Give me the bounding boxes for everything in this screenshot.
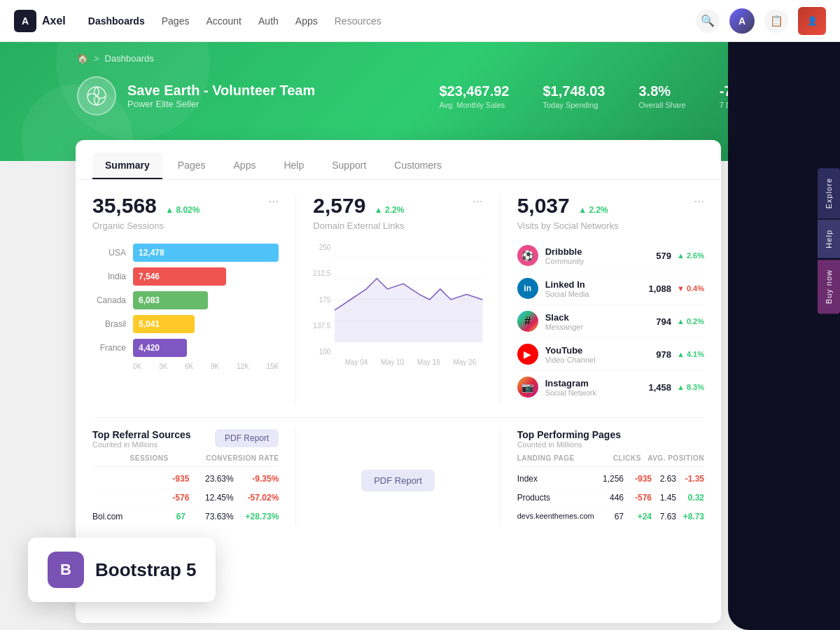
hero-stat-1: $1,748.03 Today Spending bbox=[543, 83, 606, 109]
nav-link-dashboards[interactable]: Dashboards bbox=[88, 15, 145, 27]
nav-logo-icon: A bbox=[14, 10, 36, 32]
social-item-youtube: ▶ YouTube Video Channel 978 ▲ 4.1% bbox=[517, 338, 704, 371]
middle-bottom: PDF Report bbox=[296, 429, 500, 526]
line-chart-container: 250212.5175137.5100 bbox=[313, 244, 482, 366]
hero-stat-value-2: 3.8% bbox=[638, 83, 685, 99]
user-avatar[interactable]: 👤 bbox=[798, 7, 826, 35]
pages-subtitle: Counted in Millions bbox=[517, 440, 621, 449]
bar-axis: 0K3K6K9K12K15K bbox=[92, 363, 279, 370]
metric-3-more-btn[interactable]: ··· bbox=[694, 194, 704, 209]
metric-2-more-btn[interactable]: ··· bbox=[472, 194, 483, 209]
navbar: A Axel Dashboards Pages Account Auth App… bbox=[0, 0, 840, 42]
metrics-row: ··· 35,568 ▲ 8.02% Organic Sessions USA … bbox=[92, 194, 704, 403]
referral-subtitle: Counted in Millions bbox=[92, 440, 191, 449]
nav-link-auth[interactable]: Auth bbox=[258, 15, 279, 27]
pages-title: Top Performing Pages bbox=[517, 429, 621, 440]
pages-row-1: Index 1,256 -935 2.63 -1.35 bbox=[517, 470, 704, 489]
line-chart-svg bbox=[335, 244, 482, 356]
hero-stat-2: 3.8% Overall Share bbox=[638, 83, 685, 109]
pages-section: Top Performing Pages Counted in Millions… bbox=[500, 429, 704, 526]
referral-section: Top Referral Sources Counted in Millions… bbox=[92, 429, 296, 526]
referral-row-2: -576 12.45% -57.02% bbox=[92, 489, 279, 507]
metric-domain-links: ··· 2,579 ▲ 2.2% Domain External Links 2… bbox=[296, 194, 500, 403]
bootstrap-overlay: B Bootstrap 5 bbox=[28, 538, 216, 602]
pages-table-header: LANDING PAGECLICKSAVG. POSITION bbox=[517, 454, 704, 467]
breadcrumb-separator: > bbox=[94, 53, 99, 64]
social-item-instagram: 📷 Instagram Social Network 1,458 ▲ 8.3% bbox=[517, 371, 704, 403]
linkedin-info: Linked In Social Media bbox=[545, 279, 649, 298]
dribbble-icon: ⚽ bbox=[517, 245, 538, 266]
social-item-dribbble: ⚽ Dribbble Community 579 ▲ 2.6% bbox=[517, 239, 704, 272]
breadcrumb-home-icon[interactable]: 🏠 bbox=[77, 53, 88, 64]
search-icon-btn[interactable]: 🔍 bbox=[696, 9, 720, 33]
metric-social: ··· 5,037 ▲ 2.2% Visits by Social Networ… bbox=[500, 194, 704, 403]
hero-info: Save Earth - Volunteer Team Power Elite … bbox=[127, 83, 315, 109]
pdf-report-btn[interactable]: PDF Report bbox=[361, 470, 435, 491]
metric-1-label: Organic Sessions bbox=[92, 220, 279, 231]
hero-subtitle: Power Elite Seller bbox=[127, 99, 315, 109]
buynow-side-btn[interactable]: Buy now bbox=[818, 260, 840, 314]
hero-stat-0: $23,467.92 Avg. Monthly Sales bbox=[439, 83, 509, 109]
tab-apps[interactable]: Apps bbox=[221, 153, 269, 179]
nav-link-resources[interactable]: Resources bbox=[335, 15, 382, 27]
metric-2-label: Domain External Links bbox=[313, 220, 482, 231]
side-buttons-container: Explore Help Buy now bbox=[818, 168, 840, 314]
hero-logo bbox=[77, 76, 116, 115]
nav-link-apps[interactable]: Apps bbox=[295, 15, 318, 27]
nav-logo[interactable]: A Axel bbox=[14, 10, 66, 32]
notifications-icon-btn[interactable]: A bbox=[729, 8, 755, 34]
hero-stats: $23,467.92 Avg. Monthly Sales $1,748.03 … bbox=[439, 83, 756, 109]
dribbble-info: Dribbble Community bbox=[545, 246, 657, 265]
hero-stat-label-2: Overall Share bbox=[638, 101, 685, 109]
bar-france: France 4,420 bbox=[92, 339, 279, 357]
bar-india: India 7,546 bbox=[92, 267, 279, 286]
metric-1-value: 35,568 bbox=[92, 194, 157, 217]
bar-chart: USA 12,478 India 7,546 Canada 6,083 Bras… bbox=[92, 244, 279, 370]
pages-row-3: devs.keenthemes.com 67 +24 7.63 +8.73 bbox=[517, 507, 704, 526]
hero-title: Save Earth - Volunteer Team bbox=[127, 83, 315, 99]
social-list: ⚽ Dribbble Community 579 ▲ 2.6% in Link bbox=[517, 239, 704, 403]
bootstrap-label: Bootstrap 5 bbox=[95, 559, 196, 581]
metric-3-value: 5,037 bbox=[517, 194, 570, 217]
bar-brasil: Brasil 5,041 bbox=[92, 315, 279, 333]
metric-1-more-btn[interactable]: ··· bbox=[268, 194, 279, 209]
tab-support[interactable]: Support bbox=[319, 153, 379, 179]
metric-3-badge: ▲ 2.2% bbox=[578, 205, 608, 215]
nav-brand: Axel bbox=[42, 15, 66, 27]
nav-right: 🔍 A 📋 👤 bbox=[696, 7, 826, 35]
slack-info: Slack Messanger bbox=[545, 312, 657, 331]
referral-row-3: Bol.com 67 73.63% +28.73% bbox=[92, 507, 279, 526]
bar-usa: USA 12,478 bbox=[92, 244, 279, 262]
referral-title: Top Referral Sources bbox=[92, 429, 191, 440]
hero-stat-value-1: $1,748.03 bbox=[543, 83, 606, 99]
hero-stat-label-0: Avg. Monthly Sales bbox=[439, 101, 509, 109]
youtube-icon: ▶ bbox=[517, 344, 538, 365]
tab-summary[interactable]: Summary bbox=[92, 153, 162, 179]
hero-stat-value-0: $23,467.92 bbox=[439, 83, 509, 99]
hero-stat-label-1: Today Spending bbox=[543, 101, 606, 109]
nav-link-pages[interactable]: Pages bbox=[162, 15, 190, 27]
help-side-btn[interactable]: Help bbox=[818, 220, 840, 258]
hero-content: Save Earth - Volunteer Team Power Elite … bbox=[77, 76, 756, 115]
tab-customers[interactable]: Customers bbox=[382, 153, 454, 179]
nav-link-account[interactable]: Account bbox=[206, 15, 241, 27]
bar-canada: Canada 6,083 bbox=[92, 291, 279, 309]
nav-links: Dashboards Pages Account Auth Apps Resou… bbox=[88, 15, 382, 27]
tabs-bar: Summary Pages Apps Help Support Customer… bbox=[76, 140, 721, 180]
metric-organic-sessions: ··· 35,568 ▲ 8.02% Organic Sessions USA … bbox=[92, 194, 296, 403]
slack-icon: # bbox=[517, 311, 538, 332]
tab-pages[interactable]: Pages bbox=[165, 153, 218, 179]
instagram-info: Instagram Social Network bbox=[545, 378, 649, 397]
dark-right-overlay bbox=[728, 0, 840, 630]
referral-table-header: SESSIONSCONVERSION RATE bbox=[92, 454, 279, 467]
social-item-slack: # Slack Messanger 794 ▲ 0.2% bbox=[517, 305, 704, 338]
tab-help[interactable]: Help bbox=[271, 153, 316, 179]
explore-side-btn[interactable]: Explore bbox=[818, 168, 840, 218]
instagram-icon: 📷 bbox=[517, 377, 538, 398]
linkedin-icon: in bbox=[517, 278, 538, 299]
breadcrumb: 🏠 > Dashboards bbox=[77, 53, 756, 64]
referral-pdf-btn[interactable]: PDF Report bbox=[215, 429, 279, 447]
messages-icon-btn[interactable]: 📋 bbox=[764, 9, 788, 33]
youtube-info: YouTube Video Channel bbox=[545, 345, 657, 364]
breadcrumb-current: Dashboards bbox=[105, 53, 154, 64]
